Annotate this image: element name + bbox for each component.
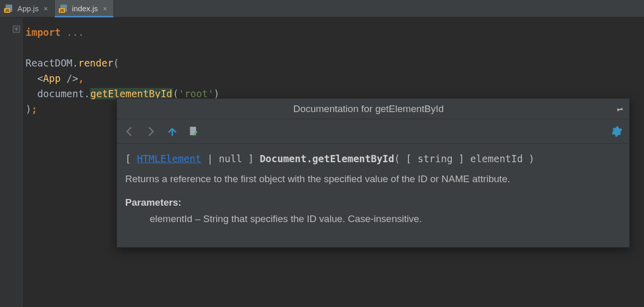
doc-parameters-heading: Parameters: (125, 195, 621, 210)
svg-text:JS: JS (59, 9, 64, 12)
code-token: ReactDOM (26, 57, 73, 69)
js-file-icon: JS (59, 5, 68, 13)
tab-label: App.js (17, 4, 39, 13)
fold-expand-icon[interactable]: + (13, 26, 20, 33)
sig-text: | null ] (201, 153, 260, 164)
code-token: getElementById (90, 88, 173, 99)
doc-toolbar (117, 119, 629, 144)
sig-method-name: Document.getElementById (260, 153, 394, 164)
sig-text: ( [ string ] elementId ) (394, 153, 535, 164)
code-token: import (26, 27, 61, 38)
close-icon[interactable]: × (43, 6, 49, 12)
edit-source-icon[interactable] (188, 125, 200, 138)
type-link-htmlelement[interactable]: HTMLElement (137, 153, 201, 164)
code-token: 'root' (178, 88, 214, 99)
tab-index-js[interactable]: JS index.js × (55, 0, 114, 17)
code-token: render (78, 57, 113, 69)
sig-text: [ (125, 153, 137, 164)
doc-description: Returns a reference to the first object … (125, 171, 616, 187)
up-arrow-icon[interactable] (166, 125, 178, 138)
code-token: ... (66, 27, 84, 38)
gutter: + (0, 17, 22, 307)
tab-label: index.js (72, 4, 98, 13)
back-icon[interactable] (123, 125, 135, 138)
forward-icon[interactable] (145, 125, 157, 138)
doc-titlebar: Documentation for getElementById (117, 99, 629, 119)
gear-icon[interactable] (611, 125, 623, 138)
close-icon[interactable]: × (102, 6, 108, 12)
pin-icon[interactable] (615, 104, 624, 114)
doc-signature: [ HTMLElement | null ] Document.getEleme… (125, 151, 621, 166)
code-token: document (37, 88, 84, 99)
code-token: App (43, 73, 60, 84)
editor: + import ... ReactDOM.render( <App />, d… (0, 17, 644, 307)
tab-app-js[interactable]: JS App.js × (0, 0, 55, 17)
svg-text:JS: JS (5, 9, 10, 12)
doc-parameter: elementId – String that specifies the ID… (125, 211, 621, 227)
doc-title: Documentation for getElementById (122, 103, 615, 115)
js-file-icon: JS (4, 5, 13, 13)
tab-bar: JS App.js × JS index.js × (0, 0, 644, 17)
doc-body: [ HTMLElement | null ] Document.getEleme… (117, 144, 629, 247)
documentation-popup: Documentation for getElementById (117, 98, 630, 248)
